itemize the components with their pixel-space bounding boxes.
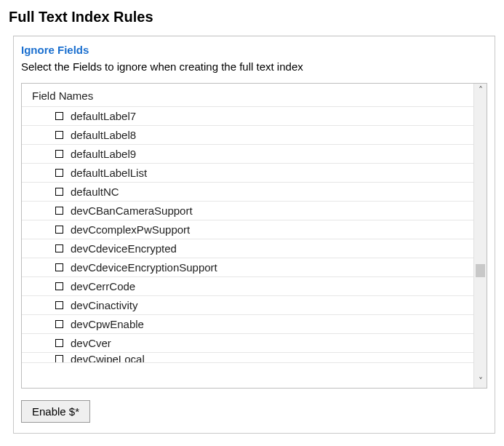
scroll-down-icon[interactable]: ˅ bbox=[474, 375, 487, 388]
checkbox-icon[interactable] bbox=[55, 320, 63, 328]
column-header-field-names: Field Names bbox=[22, 84, 473, 107]
list-item-label: devCinactivity bbox=[71, 299, 138, 311]
checkbox-icon[interactable] bbox=[55, 131, 63, 139]
list-item[interactable]: devCdeviceEncrypted bbox=[22, 239, 473, 258]
checkbox-icon[interactable] bbox=[55, 150, 63, 158]
scroll-thumb[interactable] bbox=[476, 264, 485, 277]
scroll-up-icon[interactable]: ˄ bbox=[474, 84, 487, 97]
list-item[interactable]: devCcomplexPwSupport bbox=[22, 220, 473, 239]
checkbox-icon[interactable] bbox=[55, 207, 63, 215]
checkbox-icon[interactable] bbox=[55, 301, 63, 309]
checkbox-icon[interactable] bbox=[55, 188, 63, 196]
list-item-label: devCBanCameraSupport bbox=[71, 204, 193, 217]
list-item[interactable]: devCBanCameraSupport bbox=[22, 202, 473, 220]
field-names-list: Field Names defaultLabel7 defaultLabel8 … bbox=[21, 83, 487, 389]
list-item[interactable]: defaultLabel9 bbox=[22, 145, 473, 164]
list-item[interactable]: devCwipeLocal bbox=[22, 353, 473, 363]
enable-button[interactable]: Enable $* bbox=[21, 400, 90, 423]
list-item-label: defaultLabel8 bbox=[71, 129, 136, 141]
list-item[interactable]: defaultLabelList bbox=[22, 164, 473, 183]
list-item-label: devCdeviceEncrypted bbox=[71, 242, 177, 255]
scrollbar[interactable]: ˄ ˅ bbox=[473, 84, 487, 388]
checkbox-icon[interactable] bbox=[55, 112, 63, 120]
list-item-label: devCdeviceEncryptionSupport bbox=[71, 261, 217, 274]
list-item[interactable]: devCpwEnable bbox=[22, 315, 473, 334]
checkbox-icon[interactable] bbox=[55, 169, 63, 177]
checkbox-icon[interactable] bbox=[55, 226, 63, 234]
checkbox-icon[interactable] bbox=[55, 339, 63, 347]
list-item-label: defaultNC bbox=[71, 186, 119, 198]
list-item-label: devCpwEnable bbox=[71, 318, 144, 330]
list-item-label: defaultLabel7 bbox=[71, 110, 136, 122]
list-item-label: defaultLabelList bbox=[71, 167, 147, 179]
ignore-fields-heading: Ignore Fields bbox=[21, 44, 487, 56]
list-item[interactable]: devCver bbox=[22, 334, 473, 353]
checkbox-icon[interactable] bbox=[55, 244, 63, 252]
list-item[interactable]: defaultLabel7 bbox=[22, 107, 473, 126]
list-item-label: devCerrCode bbox=[71, 280, 135, 292]
list-item[interactable]: devCerrCode bbox=[22, 277, 473, 296]
list-item[interactable]: defaultLabel8 bbox=[22, 126, 473, 145]
checkbox-icon[interactable] bbox=[55, 355, 63, 363]
page-title: Full Text Index Rules bbox=[9, 9, 497, 25]
list-item[interactable]: devCinactivity bbox=[22, 296, 473, 315]
list-item[interactable]: devCdeviceEncryptionSupport bbox=[22, 258, 473, 277]
field-names-body: Field Names defaultLabel7 defaultLabel8 … bbox=[22, 84, 473, 388]
list-item-label: devCver bbox=[71, 337, 111, 349]
list-item[interactable]: defaultNC bbox=[22, 183, 473, 202]
list-item-label: devCwipeLocal bbox=[71, 353, 145, 363]
list-item-label: devCcomplexPwSupport bbox=[71, 223, 190, 236]
instruction-text: Select the Fields to ignore when creatin… bbox=[21, 60, 487, 73]
checkbox-icon[interactable] bbox=[55, 282, 63, 290]
checkbox-icon[interactable] bbox=[55, 263, 63, 271]
ignore-fields-panel: Ignore Fields Select the Fields to ignor… bbox=[13, 36, 495, 434]
list-item-label: defaultLabel9 bbox=[71, 148, 136, 160]
